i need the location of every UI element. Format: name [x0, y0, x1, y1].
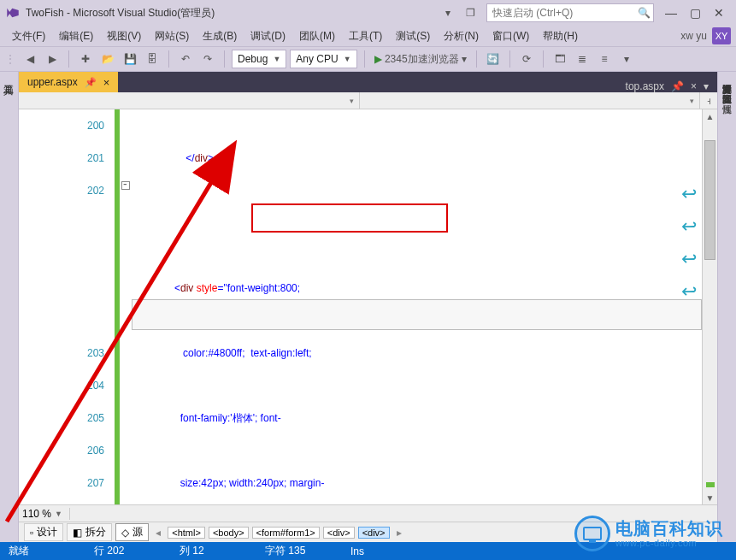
line-number-gutter: 200 201 202 203 204 205 206 207 208	[19, 109, 113, 504]
status-line: 行 202	[94, 544, 154, 558]
minimize-button[interactable]: —	[659, 3, 683, 22]
document-tabs: upper.aspx 📌 × top.aspx 📌 × ▾	[19, 72, 717, 92]
menu-tools[interactable]: 工具(T)	[342, 27, 389, 46]
pin-icon[interactable]: 📌	[85, 77, 97, 88]
uncomment-button[interactable]: ≡	[595, 50, 614, 68]
menu-bar: 文件(F) 编辑(E) 视图(V) 网站(S) 生成(B) 调试(D) 团队(M…	[0, 26, 736, 46]
editor-wrap: upper.aspx 📌 × top.aspx 📌 × ▾ ▾ ▾ ⫞ 200 …	[19, 72, 717, 542]
breadcrumb-item[interactable]: <div>	[323, 527, 355, 539]
run-target-label: 2345加速浏览器	[385, 52, 459, 67]
redo-button[interactable]: ↷	[198, 50, 217, 68]
vertical-scrollbar[interactable]: ▲ ▼	[702, 109, 717, 504]
maximize-button[interactable]: ▢	[683, 3, 707, 22]
nav-fwd-button[interactable]: ▶	[43, 50, 62, 68]
current-line-highlight	[132, 299, 702, 330]
menu-build[interactable]: 生成(B)	[196, 27, 244, 46]
tab-upper-aspx[interactable]: upper.aspx 📌 ×	[19, 72, 118, 92]
scroll-thumb[interactable]	[704, 140, 715, 260]
code-editor[interactable]: 200 201 202 203 204 205 206 207 208 </di…	[19, 109, 717, 504]
code-body[interactable]: </div> <div style="font-weight:800; colo…	[132, 109, 702, 504]
search-icon[interactable]: 🔍	[634, 7, 653, 19]
nav-scope-combo[interactable]: ▾	[19, 92, 360, 109]
menu-test[interactable]: 测试(S)	[389, 27, 437, 46]
breadcrumb-next[interactable]: ▸	[393, 527, 405, 539]
pin-icon[interactable]: 📌	[671, 80, 684, 92]
chevron-down-icon: ▼	[273, 55, 280, 63]
split-editor-button[interactable]: ⫞	[700, 92, 717, 109]
source-icon: ◇	[121, 527, 129, 539]
scroll-down-icon[interactable]: ▼	[703, 491, 717, 504]
tab-overflow-icon[interactable]: ▾	[704, 80, 709, 92]
scroll-up-icon[interactable]: ▲	[703, 109, 717, 123]
start-debug-button[interactable]: ▶ 2345加速浏览器 ▾	[372, 50, 469, 68]
standard-toolbar: ⋮ ◀ ▶ ✚ 📂 💾 🗄 ↶ ↷ Debug▼ Any CPU▼ ▶ 2345…	[0, 46, 736, 72]
comment-button[interactable]: ≣	[573, 50, 592, 68]
wrap-arrow-icon: ↩	[681, 210, 697, 243]
open-file-button[interactable]: 📂	[98, 50, 117, 68]
find-in-files-button[interactable]: 🗔	[551, 50, 569, 68]
view-design-button[interactable]: ▫设计	[24, 523, 63, 541]
menu-debug[interactable]: 调试(D)	[244, 27, 292, 46]
vs-logo-icon	[5, 5, 21, 21]
feedback-icon[interactable]: ❐	[461, 3, 480, 22]
close-icon[interactable]: ×	[691, 80, 697, 92]
menu-file[interactable]: 文件(F)	[5, 27, 52, 46]
menu-help[interactable]: 帮助(H)	[536, 27, 585, 46]
quick-launch-input[interactable]	[487, 7, 634, 19]
close-button[interactable]: ✕	[707, 3, 731, 22]
play-icon: ▶	[374, 53, 382, 65]
menu-team[interactable]: 团队(M)	[292, 27, 342, 46]
breadcrumb-item[interactable]: <div>	[358, 527, 390, 539]
scroll-marker	[706, 482, 715, 487]
solution-config-combo[interactable]: Debug▼	[232, 50, 286, 68]
quick-launch[interactable]: 🔍	[486, 3, 654, 22]
view-label: 拆分	[85, 525, 106, 539]
new-project-button[interactable]: ✚	[76, 50, 95, 68]
toolbox-rail[interactable]: 工具箱	[0, 72, 19, 542]
line-number: 205	[19, 402, 104, 434]
tab-top-aspx[interactable]: top.aspx 📌 × ▾	[617, 80, 717, 92]
work-area: 工具箱 upper.aspx 📌 × top.aspx 📌 × ▾ ▾ ▾ ⫞	[0, 72, 736, 542]
menu-view[interactable]: 视图(V)	[100, 27, 148, 46]
title-bar: TwoFish - Microsoft Visual Studio(管理员) ▾…	[0, 0, 736, 26]
line-number: 202	[19, 174, 104, 207]
view-label: 源	[132, 525, 143, 539]
platform-combo[interactable]: Any CPU▼	[290, 50, 356, 68]
outline-toggle[interactable]	[121, 181, 130, 190]
overflow-button[interactable]: ▾	[617, 50, 636, 68]
menu-analyze[interactable]: 分析(N)	[437, 27, 486, 46]
view-source-button[interactable]: ◇源	[115, 523, 149, 541]
menu-edit[interactable]: 编辑(E)	[52, 27, 100, 46]
browser-link-button[interactable]: 🔄	[484, 50, 503, 68]
navigation-bar: ▾ ▾ ⫞	[19, 92, 717, 109]
breadcrumb-prev[interactable]: ◂	[152, 527, 164, 539]
menu-window[interactable]: 窗口(W)	[486, 27, 536, 46]
breadcrumb-item[interactable]: <body>	[209, 527, 249, 539]
user-avatar[interactable]: XY	[712, 27, 731, 44]
right-rail: 解决方案资源管理器 团队资源管理器 属性	[717, 72, 736, 542]
breadcrumb-item[interactable]: <form#form1>	[252, 527, 320, 539]
notifications-icon[interactable]: ▾	[439, 3, 457, 22]
line-number: 200	[19, 109, 104, 142]
nav-back-button[interactable]: ◀	[21, 50, 39, 68]
breadcrumb-item[interactable]: <html>	[168, 527, 205, 539]
line-number: 208	[19, 499, 104, 504]
tab-label: upper.aspx	[27, 76, 78, 88]
annotation-box	[251, 203, 448, 233]
close-icon[interactable]: ×	[103, 76, 110, 89]
refresh-button[interactable]: ⟳	[517, 50, 536, 68]
nav-element-combo[interactable]: ▾	[360, 92, 701, 109]
undo-button[interactable]: ↶	[176, 50, 195, 68]
change-marker	[115, 109, 120, 504]
signed-in-user[interactable]: xw yu	[680, 30, 707, 42]
view-label: 设计	[37, 525, 57, 539]
save-button[interactable]: 💾	[121, 50, 139, 68]
view-switch-bar: ▫设计 ◧拆分 ◇源 ◂ <html> <body> <form#form1> …	[19, 522, 717, 542]
chevron-down-icon: ▼	[344, 55, 351, 63]
view-split-button[interactable]: ◧拆分	[67, 523, 112, 541]
menu-website[interactable]: 网站(S)	[148, 27, 196, 46]
zoom-combo[interactable]: 110 %▼	[19, 508, 70, 520]
scroll-track[interactable]	[703, 123, 717, 491]
line-number: 207	[19, 467, 104, 499]
save-all-button[interactable]: 🗄	[143, 50, 162, 68]
